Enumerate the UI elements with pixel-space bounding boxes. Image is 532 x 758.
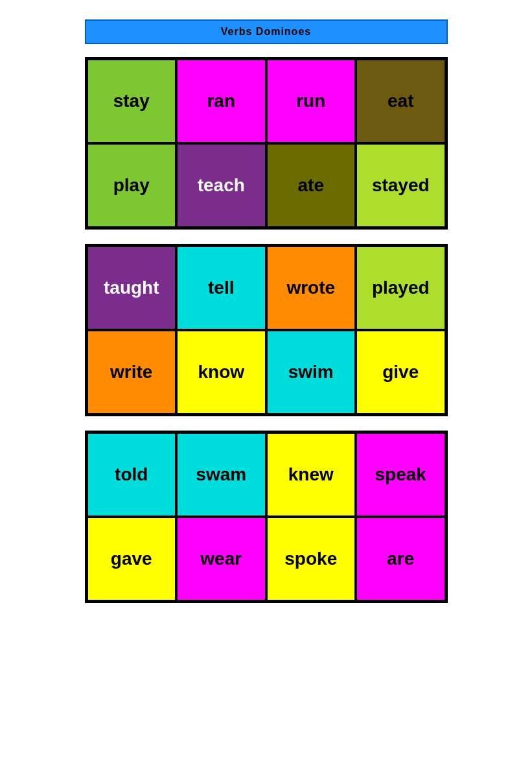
page-title: Verbs Dominoes — [221, 26, 311, 37]
cell-0-1-1: teach — [176, 143, 266, 228]
cell-2-1-2: spoke — [266, 517, 356, 601]
cell-1-1-2: swim — [266, 330, 356, 414]
domino-row-2-1: gavewearspokeare — [87, 517, 446, 601]
cell-1-0-2: wrote — [266, 246, 356, 330]
cell-1-1-1: know — [176, 330, 266, 414]
domino-row-0-1: playteachatestayed — [87, 143, 446, 228]
cell-0-0-0: stay — [87, 59, 177, 143]
cell-2-1-3: are — [356, 517, 446, 601]
cell-2-1-1: wear — [176, 517, 266, 601]
cell-2-0-3: speak — [356, 432, 446, 517]
cell-0-1-0: play — [87, 143, 177, 228]
cell-0-0-2: run — [266, 59, 356, 143]
cell-2-1-0: gave — [87, 517, 177, 601]
cell-0-1-3: stayed — [356, 143, 446, 228]
cell-0-0-1: ran — [176, 59, 266, 143]
cell-1-1-0: write — [87, 330, 177, 414]
domino-group-1: taughttellwroteplayedwriteknowswimgive — [85, 244, 448, 416]
cell-1-0-3: played — [356, 246, 446, 330]
cell-2-0-2: knew — [266, 432, 356, 517]
title-bar: Verbs Dominoes — [85, 19, 448, 44]
cell-2-0-1: swam — [176, 432, 266, 517]
cell-1-0-1: tell — [176, 246, 266, 330]
domino-group-0: stayranruneatplayteachatestayed — [85, 57, 448, 230]
cell-0-0-3: eat — [356, 59, 446, 143]
domino-row-2-0: toldswamknewspeak — [87, 432, 446, 517]
domino-row-1-1: writeknowswimgive — [87, 330, 446, 414]
domino-row-1-0: taughttellwroteplayed — [87, 246, 446, 330]
domino-group-2: toldswamknewspeakgavewearspokeare — [85, 431, 448, 603]
cell-0-1-2: ate — [266, 143, 356, 228]
cell-1-0-0: taught — [87, 246, 177, 330]
domino-row-0-0: stayranruneat — [87, 59, 446, 143]
cell-1-1-3: give — [356, 330, 446, 414]
cell-2-0-0: told — [87, 432, 177, 517]
